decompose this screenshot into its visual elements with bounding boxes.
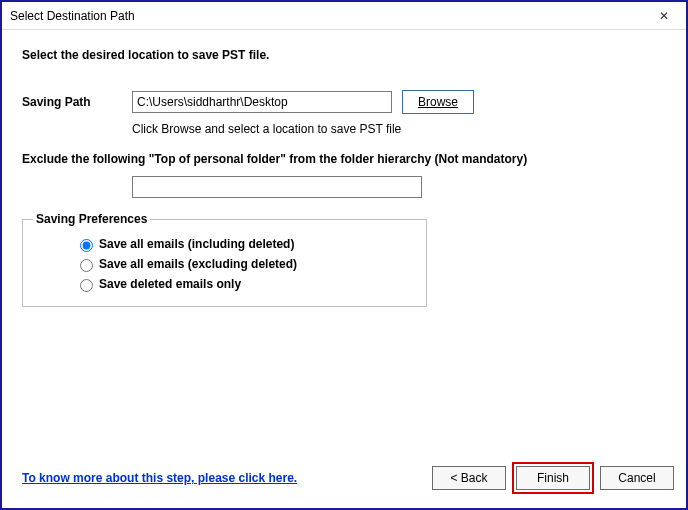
instruction-text: Select the desired location to save PST … bbox=[22, 48, 666, 62]
title-bar: Select Destination Path ✕ bbox=[2, 2, 686, 30]
window-title: Select Destination Path bbox=[10, 9, 648, 23]
pref-radio-1[interactable] bbox=[80, 259, 93, 272]
dialog-footer: To know more about this step, please cli… bbox=[22, 462, 674, 494]
pref-label-2: Save deleted emails only bbox=[99, 277, 241, 291]
pref-radio-2[interactable] bbox=[80, 279, 93, 292]
pref-option-1[interactable]: Save all emails (excluding deleted) bbox=[75, 256, 416, 272]
finish-button[interactable]: Finish bbox=[516, 466, 590, 490]
finish-highlight: Finish bbox=[512, 462, 594, 494]
saving-preferences-legend: Saving Preferences bbox=[33, 212, 150, 226]
browse-button[interactable]: Browse bbox=[402, 90, 474, 114]
browse-hint: Click Browse and select a location to sa… bbox=[132, 122, 666, 136]
help-link[interactable]: To know more about this step, please cli… bbox=[22, 471, 297, 485]
back-button[interactable]: < Back bbox=[432, 466, 506, 490]
saving-path-input[interactable] bbox=[132, 91, 392, 113]
close-button[interactable]: ✕ bbox=[648, 5, 680, 27]
exclude-label: Exclude the following "Top of personal f… bbox=[22, 152, 666, 166]
pref-label-0: Save all emails (including deleted) bbox=[99, 237, 294, 251]
pref-label-1: Save all emails (excluding deleted) bbox=[99, 257, 297, 271]
pref-option-0[interactable]: Save all emails (including deleted) bbox=[75, 236, 416, 252]
dialog-window: Select Destination Path ✕ Select the des… bbox=[0, 0, 688, 510]
saving-path-row: Saving Path Browse bbox=[22, 90, 666, 114]
pref-radio-0[interactable] bbox=[80, 239, 93, 252]
saving-path-label: Saving Path bbox=[22, 95, 132, 109]
saving-preferences-group: Saving Preferences Save all emails (incl… bbox=[22, 212, 427, 307]
pref-option-2[interactable]: Save deleted emails only bbox=[75, 276, 416, 292]
exclude-input[interactable] bbox=[132, 176, 422, 198]
dialog-body: Select the desired location to save PST … bbox=[2, 30, 686, 508]
cancel-button[interactable]: Cancel bbox=[600, 466, 674, 490]
